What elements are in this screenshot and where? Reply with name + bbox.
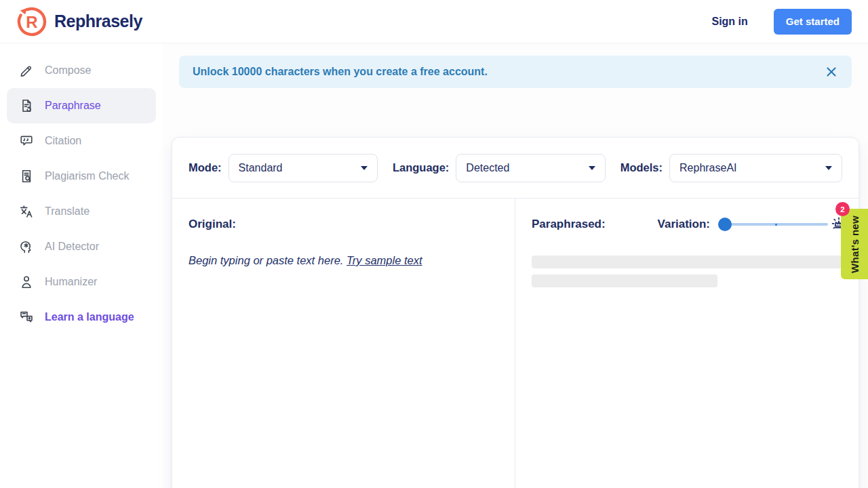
unlock-banner: Unlock 10000 characters when you create … <box>179 56 852 88</box>
sidebar-item-learn-a-language[interactable]: Learn a language <box>0 300 163 335</box>
rephrasely-logo-icon: R <box>16 6 47 37</box>
sidebar-item-humanizer[interactable]: Humanizer <box>0 264 163 300</box>
paraphrased-panel: Paraphrased: Variation: <box>515 199 859 488</box>
document-refresh-icon <box>19 98 34 113</box>
top-header: R Rephrasely Sign in Get started <box>0 0 868 43</box>
main-content: Unlock 10000 characters when you create … <box>163 43 868 488</box>
person-icon <box>19 274 34 289</box>
language-label: Language: <box>393 161 449 174</box>
ai-head-icon <box>19 239 34 254</box>
sidebar-item-translate[interactable]: Translate <box>0 194 163 229</box>
chevron-down-icon <box>589 166 595 170</box>
paraphrased-output-skeleton <box>532 256 848 287</box>
sidebar-item-plagiarism-check[interactable]: Plagiarism Check <box>0 159 163 194</box>
sidebar-item-label: Translate <box>45 205 90 218</box>
skeleton-bar <box>532 256 848 268</box>
pencil-icon <box>19 63 34 78</box>
chevron-down-icon <box>825 166 832 170</box>
close-icon <box>825 66 837 78</box>
sidebar-item-label: Compose <box>45 64 91 77</box>
try-sample-text-link[interactable]: Try sample text <box>347 254 422 266</box>
options-toolbar: Mode: Standard Language: Detected Models… <box>172 138 859 199</box>
models-value: RephraseAI <box>679 162 737 174</box>
banner-close-button[interactable] <box>821 61 842 83</box>
language-value: Detected <box>466 162 509 174</box>
skeleton-bar <box>532 274 717 287</box>
sidebar-item-label: Paraphrase <box>45 100 101 112</box>
banner-message: Unlock 10000 characters when you create … <box>193 66 488 78</box>
whats-new-label: What's new <box>849 216 861 273</box>
language-dropdown[interactable]: Detected <box>456 154 605 182</box>
quote-bubble-icon <box>19 134 34 148</box>
brand-logo[interactable]: R Rephrasely <box>16 6 142 37</box>
document-search-icon <box>19 169 34 184</box>
original-panel: Original: Begin typing or paste text her… <box>172 199 515 488</box>
original-title: Original: <box>189 218 498 231</box>
mode-dropdown[interactable]: Standard <box>229 154 378 182</box>
slider-midpoint-marker <box>775 224 777 226</box>
svg-text:R: R <box>26 12 37 30</box>
sign-in-link[interactable]: Sign in <box>711 16 747 28</box>
chevron-down-icon <box>361 166 368 170</box>
variation-slider[interactable] <box>718 218 828 231</box>
placeholder-text: Begin typing or paste text here. <box>189 254 343 266</box>
mode-value: Standard <box>239 162 283 174</box>
sidebar-nav: Compose Paraphrase Citation Plagiarism C… <box>0 43 163 488</box>
variation-label: Variation: <box>658 218 710 231</box>
get-started-button[interactable]: Get started <box>774 9 852 35</box>
whats-new-badge: 2 <box>835 202 850 216</box>
sidebar-item-label: Plagiarism Check <box>45 170 129 182</box>
models-label: Models: <box>620 161 663 174</box>
paraphrased-title: Paraphrased: <box>532 218 606 231</box>
sidebar-item-ai-detector[interactable]: AI Detector <box>0 229 163 264</box>
brand-name: Rephrasely <box>54 12 142 31</box>
sidebar-item-citation[interactable]: Citation <box>0 123 163 159</box>
sidebar-item-label: AI Detector <box>45 241 99 253</box>
sidebar-item-paraphrase[interactable]: Paraphrase <box>7 88 156 123</box>
slider-handle[interactable] <box>718 218 732 231</box>
original-text-input[interactable]: Begin typing or paste text here. Try sam… <box>189 254 498 267</box>
models-dropdown[interactable]: RephraseAI <box>669 154 842 182</box>
chat-bubbles-icon <box>19 310 34 325</box>
sidebar-item-compose[interactable]: Compose <box>0 53 163 88</box>
slider-track <box>718 223 828 226</box>
sidebar-item-label: Citation <box>45 135 81 147</box>
translate-icon <box>19 204 34 219</box>
paraphraser-card: Mode: Standard Language: Detected Models… <box>172 137 859 488</box>
mode-label: Mode: <box>189 161 222 174</box>
sidebar-item-label: Humanizer <box>45 276 97 288</box>
whats-new-tab[interactable]: 2 What's new <box>841 209 868 279</box>
sidebar-item-label: Learn a language <box>45 311 134 323</box>
